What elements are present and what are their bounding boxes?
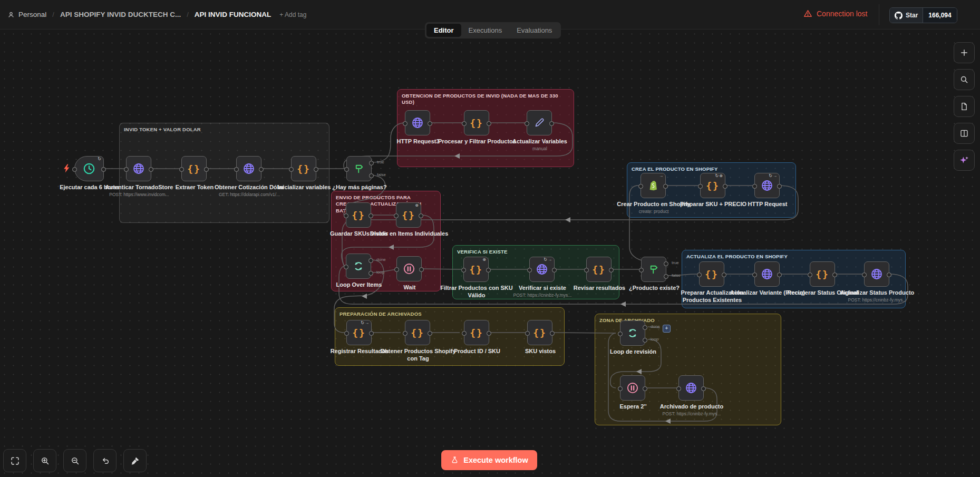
output-port-loop[interactable] <box>368 271 373 276</box>
node-preparar-sku-precio[interactable]: {}↻⊕Preparar SKU + PRECIO <box>700 173 725 198</box>
breadcrumb-workflow-name[interactable]: API INVID FUNCIONAL <box>195 11 271 18</box>
tab-executions[interactable]: Executions <box>461 24 510 37</box>
output-port-loop[interactable] <box>643 338 647 343</box>
input-port[interactable] <box>525 121 529 126</box>
output-port-false[interactable] <box>369 173 374 178</box>
node-crear-producto-en-shopify[interactable]: →Crear Producto en Shopifycreate: produc… <box>641 173 666 198</box>
node-producto-existe[interactable]: truefalse¿Producto existe? <box>641 257 666 282</box>
node-extraer-token[interactable]: {}Extraer Token <box>181 156 207 181</box>
output-port[interactable] <box>701 386 706 391</box>
output-port[interactable] <box>609 268 614 272</box>
breadcrumb-project[interactable]: API SHOPIFY INVID DUCKTECH C... <box>60 11 181 18</box>
layout-panel-button[interactable] <box>954 123 975 144</box>
input-port[interactable] <box>234 167 239 172</box>
fit-view-button[interactable] <box>3 449 26 472</box>
input-port[interactable] <box>462 121 467 126</box>
output-port[interactable] <box>663 184 668 189</box>
input-port[interactable] <box>403 331 407 336</box>
input-port[interactable] <box>124 167 129 172</box>
zoom-out-button[interactable] <box>63 449 86 472</box>
input-port[interactable] <box>394 213 399 218</box>
input-port[interactable] <box>527 268 532 272</box>
node-dividir-en-items-individuales[interactable]: {}⊕Dividir en Items Individuales <box>396 202 421 228</box>
output-port[interactable] <box>777 184 782 189</box>
input-port[interactable] <box>697 272 702 277</box>
add-tag-button[interactable]: + Add tag <box>279 11 306 18</box>
node-obtener-productos-shopify-con-tag[interactable]: {}Obtener Productos Shopify con Tag <box>405 320 430 345</box>
output-port[interactable] <box>832 272 837 277</box>
tab-editor[interactable]: Editor <box>426 24 461 37</box>
output-port[interactable] <box>369 331 374 336</box>
execute-workflow-button[interactable]: Execute workflow <box>441 450 537 470</box>
node-actualizar-status-producto[interactable]: Actualizar Status ProductoPOST: https://… <box>864 261 889 287</box>
output-port-false[interactable] <box>664 274 668 279</box>
output-port[interactable] <box>259 167 264 172</box>
input-port[interactable] <box>394 267 399 272</box>
input-port[interactable] <box>808 272 812 277</box>
input-port[interactable] <box>72 167 77 172</box>
node-actualizar-variables[interactable]: Actualizar Variablesmanual <box>527 110 552 135</box>
search-button[interactable] <box>954 69 975 90</box>
github-star-widget[interactable]: Star 166,094 <box>889 7 957 23</box>
output-port[interactable] <box>428 331 432 336</box>
output-port[interactable] <box>314 167 318 172</box>
node-recuperar-status-original[interactable]: {}Recuperar Status Original <box>810 261 835 287</box>
node-filtrar-productos-con-sku-valido[interactable]: {}⊕Filtrar Productos con SKU Válido <box>463 257 489 282</box>
input-port[interactable] <box>403 121 407 126</box>
input-port[interactable] <box>525 331 530 336</box>
input-port[interactable] <box>462 331 467 336</box>
output-port[interactable] <box>204 167 209 172</box>
input-port[interactable] <box>752 272 757 277</box>
node-espera-2[interactable]: Espera 2'' <box>620 375 645 401</box>
node-product-id-sku[interactable]: {}Product ID / SKU <box>464 320 489 345</box>
node-http-request3[interactable]: HTTP Request3 <box>405 110 430 135</box>
breadcrumb-personal[interactable]: Personal <box>7 11 46 18</box>
output-port[interactable] <box>552 268 557 272</box>
node-loop-over-items[interactable]: doneloopLoop Over Items <box>346 254 371 279</box>
output-port[interactable] <box>486 268 491 272</box>
node-archivado-de-producto[interactable]: Archivado de productoPOST: https://cninb… <box>678 375 704 401</box>
node-wait[interactable]: Wait <box>396 256 422 281</box>
input-port[interactable] <box>862 272 867 277</box>
node-registrar-resultados[interactable]: {}↻→Registrar Resultados <box>346 320 372 345</box>
output-port[interactable] <box>722 272 726 277</box>
node-loop-de-revision[interactable]: doneloopLoop de revisión <box>620 320 645 346</box>
input-port[interactable] <box>344 331 349 336</box>
node-verificar-si-existe[interactable]: ↻→Verificar si existePOST: https://cninb… <box>529 257 555 282</box>
input-port[interactable] <box>752 184 757 189</box>
output-port[interactable] <box>419 267 424 272</box>
node-ejecutar-cada-6-horas[interactable]: ↻Ejecutar cada 6 horas <box>74 156 104 181</box>
output-port[interactable] <box>777 272 782 277</box>
input-port[interactable] <box>289 167 294 172</box>
tab-evaluations[interactable]: Evaluations <box>509 24 559 37</box>
sticky-note-button[interactable] <box>954 96 975 117</box>
input-port[interactable] <box>344 167 349 172</box>
input-port[interactable] <box>618 386 623 391</box>
input-port[interactable] <box>584 268 589 272</box>
output-port-true[interactable] <box>664 261 668 266</box>
output-port[interactable] <box>368 213 373 218</box>
node-obtener-cotizacion-dolar[interactable]: Obtener Cotización DólarGET: https://dol… <box>236 156 261 181</box>
node-sku-vistos[interactable]: {}SKU vistos <box>527 320 552 345</box>
output-port-true[interactable] <box>369 161 374 166</box>
input-port[interactable] <box>344 213 348 218</box>
output-port[interactable] <box>887 272 891 277</box>
input-port[interactable] <box>461 268 466 272</box>
node-http-request[interactable]: ↻→HTTP Request <box>754 173 780 198</box>
input-port[interactable] <box>638 184 643 189</box>
zoom-in-button[interactable] <box>33 449 56 472</box>
output-port-done[interactable] <box>643 325 647 330</box>
input-port[interactable] <box>344 265 348 269</box>
tidy-up-button[interactable] <box>123 449 147 472</box>
input-port[interactable] <box>639 268 644 272</box>
input-port[interactable] <box>698 184 703 189</box>
output-port[interactable] <box>549 121 554 126</box>
input-port[interactable] <box>179 167 184 172</box>
node-preparar-actualizacion-productos[interactable]: {}Preparar Actualización Productos Exist… <box>699 261 724 287</box>
output-port-done[interactable] <box>368 258 373 263</box>
node-revisar-resultados[interactable]: {}Revisar resultados <box>586 257 612 282</box>
node-guardar-skus-vistos[interactable]: {}Guardar SKUs vistos <box>346 202 371 228</box>
ai-assistant-button[interactable] <box>954 150 975 171</box>
node-procesar-y-filtrar-productos[interactable]: {}Procesar y Filtrar Productos <box>464 110 489 135</box>
node-autenticar-tornadostore[interactable]: Autenticar TornadoStorePOST: https://www… <box>126 156 151 181</box>
